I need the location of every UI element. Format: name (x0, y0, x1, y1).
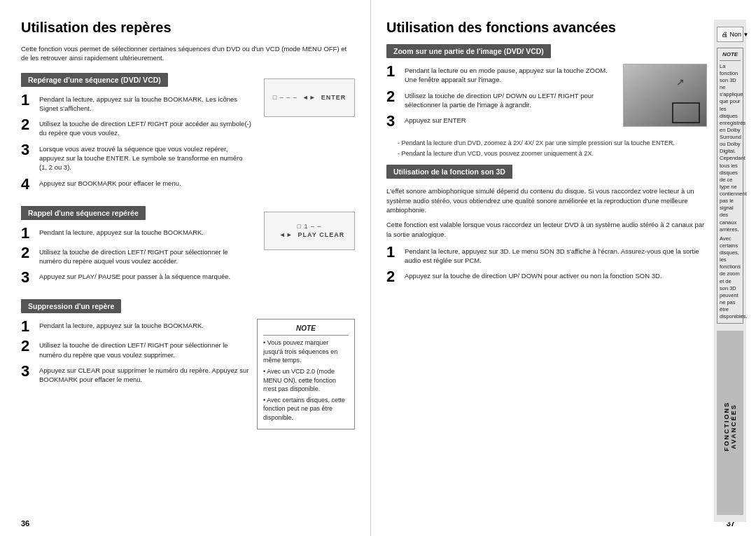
step-zoom-3: 3 Appuyez sur ENTER (386, 114, 616, 129)
step-list-rappel: 1 Pendant la lecture, appuyez sur la tou… (21, 226, 251, 286)
section-zoom-header: Zoom sur une partie de l'image (DVD/ VCD… (386, 44, 551, 58)
left-page: Utilisation des repères Cette fonction v… (0, 0, 371, 536)
step-list-suppression: 1 Pendant la lecture, appuyez sur la tou… (21, 319, 251, 384)
son3d-note-item-0: La fonction son 3D ne s'applique que pou… (720, 63, 741, 233)
step-rappel-1: 1 Pendant la lecture, appuyez sur la tou… (21, 226, 251, 241)
step-son3d-2: 2 Appuyez sur la touche de direction UP/… (386, 269, 707, 284)
right-content: Utilisation des fonctions avancées Zoom … (386, 20, 714, 522)
zoom-sub-notes: - Pendant la lecture d'un DVD, zoomez à … (398, 139, 707, 158)
note-item-1: Avec un VCD 2.0 (mode MENU ON), cette fo… (263, 367, 349, 394)
son3d-display: 🖨 Non ▼ (717, 27, 743, 42)
note-box-suppression: NOTE Vous pouvez marquer jusqu'à trois s… (257, 319, 355, 429)
step-reperage-4: 4 Appuyez sur BOOKMARK pour effacer le m… (21, 177, 251, 192)
section-reperage: Repérage d'une séquence (DVD/ VCD) 1 Pen… (21, 73, 355, 199)
right-title: Utilisation des fonctions avancées (386, 20, 707, 36)
right-sidebar: 🖨 Non ▼ NOTE La fonction son 3D ne s'app… (714, 20, 746, 522)
note-header-suppression: NOTE (263, 324, 349, 336)
step-reperage-1: 1 Pendant la lecture, appuyez sur la tou… (21, 92, 251, 114)
section-suppression-header: Suppression d'un repère (21, 299, 121, 313)
zoom-sub-note-1: - Pendant la lecture d'un VCD, vous pouv… (398, 149, 707, 158)
display-rappel: □ 1 – – ◄► PLAY CLEAR (264, 212, 355, 250)
step-rappel-2: 2 Utilisez la touche de direction LEFT/ … (21, 245, 251, 266)
sidebar-tab: FONCTIONSAVANCÉES (717, 331, 743, 515)
step-list-reperage: 1 Pendant la lecture, appuyez sur la tou… (21, 92, 251, 192)
section-son3d: Utilisation de la fonction son 3D L'effe… (386, 165, 707, 284)
note-item-0: Vous pouvez marquer jusqu'à trois séquen… (263, 338, 349, 365)
page-num-left: 36 (21, 519, 29, 528)
section-rappel-header: Rappel d'une séquence repérée (21, 206, 146, 220)
left-title: Utilisation des repères (21, 20, 355, 36)
zoom-content: ↗ 1 Pendant la lecture ou en mode pause,… (386, 64, 707, 136)
step-rappel-3: 3 Appuyez sur PLAY/ PAUSE pour passer à … (21, 270, 251, 285)
son3d-note-item-1: Avec certains disques, les fonctions de … (720, 235, 741, 321)
step-reperage-3: 3 Lorsque vous avez trouvé la séquence q… (21, 142, 251, 172)
section-rappel: Rappel d'une séquence repérée 1 Pendant … (21, 206, 355, 293)
step-suppression-3: 3 Appuyez sur CLEAR pour supprimer le nu… (21, 364, 251, 385)
section-son3d-header: Utilisation de la fonction son 3D (386, 165, 512, 179)
step-suppression-2: 2 Utilisez la touche de direction LEFT/ … (21, 338, 251, 359)
zoom-image-box: ↗ (623, 64, 707, 127)
step-reperage-2: 2 Utilisez la touche de direction LEFT/ … (21, 117, 251, 138)
right-page: Utilisation des fonctions avancées Zoom … (371, 0, 756, 536)
step-suppression-1: 1 Pendant la lecture, appuyez sur la tou… (21, 319, 251, 334)
step-son3d-1: 1 Pendant la lecture, appuyez sur 3D. Le… (386, 245, 707, 266)
left-intro: Cette fonction vous permet de sélectionn… (21, 44, 355, 63)
note-item-2: Avec certains disques, cette fonction pe… (263, 396, 349, 422)
svg-rect-0 (624, 64, 707, 127)
son3d-intro2: Cette fonction est valable lorsque vous … (386, 218, 707, 239)
section-zoom: Zoom sur une partie de l'image (DVD/ VCD… (386, 44, 707, 158)
zoom-sub-note-0: - Pendant la lecture d'un DVD, zoomez à … (398, 139, 707, 148)
step-zoom-2: 2 Utilisez la touche de direction UP/ DO… (386, 89, 616, 110)
son3d-note-header: NOTE (720, 51, 741, 61)
section-suppression: Suppression d'un repère 1 Pendant la lec… (21, 299, 355, 429)
display-reperage: □ – – – ◄► ENTER (264, 78, 355, 117)
son3d-display-value: Non (730, 31, 742, 38)
svg-text:↗: ↗ (676, 76, 685, 88)
step-list-son3d: 1 Pendant la lecture, appuyez sur 3D. Le… (386, 245, 707, 285)
step-zoom-1: 1 Pendant la lecture ou en mode pause, a… (386, 64, 616, 85)
page-container: Utilisation des repères Cette fonction v… (0, 0, 756, 536)
son3d-intro: L'effet sonore ambiophonique simulé dépe… (386, 184, 707, 214)
section-reperage-header: Repérage d'une séquence (DVD/ VCD) (21, 73, 168, 87)
zoom-image: ↗ (624, 64, 706, 126)
sidebar-label: FONCTIONSAVANCÉES (723, 401, 737, 451)
son3d-note-box: NOTE La fonction son 3D ne s'applique qu… (717, 48, 743, 324)
